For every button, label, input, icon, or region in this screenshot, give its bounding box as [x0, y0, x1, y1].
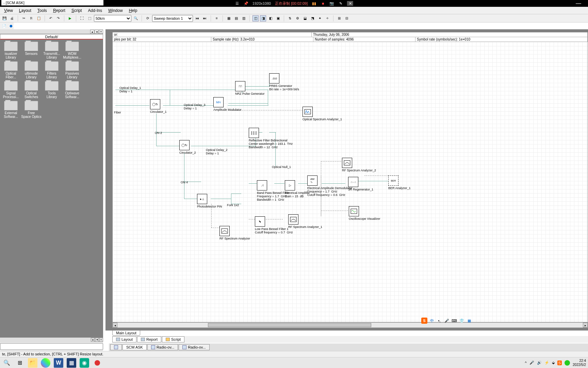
tray-wifi-icon[interactable]: ⚡ [544, 361, 549, 365]
block-oscilloscope[interactable]: Oscilloscope Visualizer [349, 206, 380, 220]
tray-usb-icon[interactable]: ⬙ [552, 361, 555, 365]
taskbar-app3-icon[interactable]: ◉ [80, 358, 89, 368]
block-elec-amp[interactable]: ▷Electrical Amplifier Gain = 15 dB [285, 180, 310, 198]
panel-close-icon[interactable]: × [99, 30, 103, 34]
pencil-icon[interactable]: ✎ [338, 1, 343, 6]
zoom-area-icon[interactable]: ⬚ [86, 15, 93, 21]
block-fiber[interactable]: Fiber [114, 110, 121, 114]
menu-layout[interactable]: Layout [16, 7, 34, 14]
copy-icon[interactable]: ⎘ [28, 15, 34, 21]
print-icon[interactable]: 🖨 [9, 15, 15, 21]
tab-script[interactable]: Script [162, 336, 184, 342]
layout1-icon[interactable]: ▦ [226, 15, 232, 21]
sweep-select[interactable]: Sweep Iteration 1 [152, 15, 193, 22]
menu-help[interactable]: Help [126, 7, 140, 14]
tray-ime-icon[interactable]: S [557, 361, 562, 365]
tab-layout[interactable]: Layout [112, 336, 136, 342]
block-amplitude-modulator[interactable]: MAAmplitude Modulator [213, 97, 242, 111]
tool-a-icon[interactable]: ⇅ [287, 15, 293, 21]
block-osa-1[interactable]: Optical Spectrum Analyzer_1 [303, 107, 342, 121]
library-folder-5[interactable]: ultimodeLibrary [21, 61, 42, 79]
doc-tab-scm-ask[interactable]: SCM ASK [122, 344, 147, 350]
stop-icon[interactable]: ■ [321, 1, 325, 6]
view3-icon[interactable]: ◧ [267, 15, 274, 21]
block-lpf[interactable]: ⬊Low Pass Bessel Filter 1 Cutoff frequen… [255, 216, 293, 234]
block-prbs[interactable]: ..010PRBS Generator Bit rate = 1e+009 bi… [269, 73, 299, 91]
block-demodulator[interactable]: AM∿Electrical Amplitude Demodulator Freq… [307, 175, 353, 197]
scroll-thumb[interactable] [208, 323, 371, 327]
menu-tools[interactable]: Tools [35, 7, 50, 14]
taskbar-record-icon[interactable] [93, 358, 102, 368]
ime-toolbox-icon[interactable]: ▦ [466, 318, 472, 324]
tab-main-layout[interactable]: Main Layout [112, 331, 140, 336]
block-rf-sa-1[interactable]: RF Spectrum Analyzer_1 [288, 214, 322, 229]
block-regenerator[interactable]: ⎍→⎍3R Regenerator_1 [348, 177, 373, 191]
cut-icon[interactable]: ✂ [21, 15, 27, 21]
library-folder-4[interactable]: OpticalFiber... [1, 61, 21, 79]
horizontal-scrollbar[interactable]: ◂ ▸ [112, 322, 588, 328]
block-optical-delay-2[interactable]: Optical Delay_2 Delay = 1 [206, 148, 228, 155]
menu-window[interactable]: Window [105, 7, 126, 14]
ime-keyboard-icon[interactable]: ⌨ [451, 318, 457, 324]
tool-c-icon[interactable]: ⬓ [302, 15, 308, 21]
paste-icon[interactable]: 📋 [36, 15, 42, 21]
zoom-fit-icon[interactable]: ⛶ [79, 15, 85, 21]
view4-icon[interactable]: ▣ [275, 15, 281, 21]
save-icon[interactable]: 💾 [1, 15, 7, 21]
tray-chevron-icon[interactable]: ^ [525, 361, 527, 365]
doc-tab-radio-2[interactable]: Radio-ov... [179, 344, 209, 350]
library-folder-7[interactable]: PassivesLibrary [62, 61, 82, 79]
menu-icon[interactable]: ☰ [235, 1, 240, 6]
taskbar-taskview-icon[interactable]: ⊞ [15, 358, 24, 368]
panel2-dock-icon[interactable]: ◂ [95, 338, 99, 342]
panel-up-icon[interactable]: ▴ [90, 30, 94, 34]
tab-report[interactable]: Report [137, 336, 161, 342]
redo-icon[interactable]: ↷ [55, 15, 61, 21]
undo-icon[interactable]: ↶ [48, 15, 54, 21]
block-fork[interactable]: Fork 1x2 [227, 203, 239, 207]
minimize-icon[interactable]: — [576, 0, 581, 6]
library-folder-12[interactable]: ExternalSoftwar... [1, 101, 21, 119]
tray-volume-icon[interactable]: 🔊 [537, 361, 542, 365]
block-on2[interactable]: ON 2 [155, 131, 162, 135]
menu-script[interactable]: Script [69, 7, 85, 14]
tool-b-icon[interactable]: ⚙ [294, 15, 300, 21]
block-ber[interactable]: BERBER Analyzer_1 [388, 175, 411, 190]
tray-clock[interactable]: 22:42022/5/2 [573, 359, 586, 367]
block-photodetector[interactable]: ▸⊥Photodetector PIN [197, 194, 222, 208]
pause-icon[interactable]: ▮▮ [312, 1, 316, 6]
layout3-icon[interactable]: ▥ [241, 15, 247, 21]
taskbar-word-icon[interactable]: W [54, 358, 63, 368]
view2-icon[interactable]: ◨ [260, 15, 266, 21]
component-icon[interactable]: ⬣ [8, 23, 14, 29]
sweep-next-icon[interactable]: ⏭ [202, 15, 208, 21]
library-folder-9[interactable]: OpticalSwitches [21, 81, 42, 99]
align-icon[interactable]: ≡ [214, 15, 220, 21]
library-folder-11[interactable]: OptiwaveSoftwar... [62, 81, 82, 99]
library-folder-0[interactable]: isualizerLibrary [1, 42, 21, 59]
view1-icon[interactable]: ◫ [252, 15, 259, 21]
pin-icon[interactable]: 📌 [244, 1, 248, 6]
block-on4[interactable]: ON 4 [181, 180, 188, 184]
design-canvas[interactable]: or: Thursday, July 06, 2006 ples per bit… [112, 32, 588, 322]
grid-area[interactable]: Optical Delay_1 Delay = 1 Fiber ◯↻Circul… [113, 42, 588, 322]
tray-mic-icon[interactable]: 🎤 [529, 361, 534, 365]
taskbar-explorer-icon[interactable]: 📁 [28, 358, 37, 368]
block-optical-delay-1[interactable]: Optical Delay_1 Delay = 1 [119, 86, 141, 93]
library-header[interactable]: Default/ [0, 34, 103, 40]
tool-h-icon[interactable]: ⊟ [344, 15, 350, 21]
taskbar-app2-icon[interactable]: ▦ [67, 358, 76, 368]
close-icon[interactable]: ✕ [347, 1, 353, 6]
panel-dock-icon[interactable]: ◂ [95, 30, 99, 34]
taskbar-app1-icon[interactable] [41, 358, 50, 368]
sogou-logo-icon[interactable]: S [421, 318, 427, 324]
doc-tab-radio-1[interactable]: Radio-ov... [147, 344, 178, 350]
block-optical-null[interactable]: Optical Null_1 [272, 165, 291, 169]
play-icon[interactable]: ▶ [67, 15, 73, 21]
sweep-prev-icon[interactable]: ⏮ [194, 15, 200, 21]
layout2-icon[interactable]: ▤ [233, 15, 239, 21]
panel2-up-icon[interactable]: ▴ [91, 338, 95, 342]
doc-win-icon[interactable] [110, 344, 122, 350]
ime-punct-icon[interactable]: •, [436, 318, 442, 324]
camera-icon[interactable]: 📷 [329, 1, 334, 6]
